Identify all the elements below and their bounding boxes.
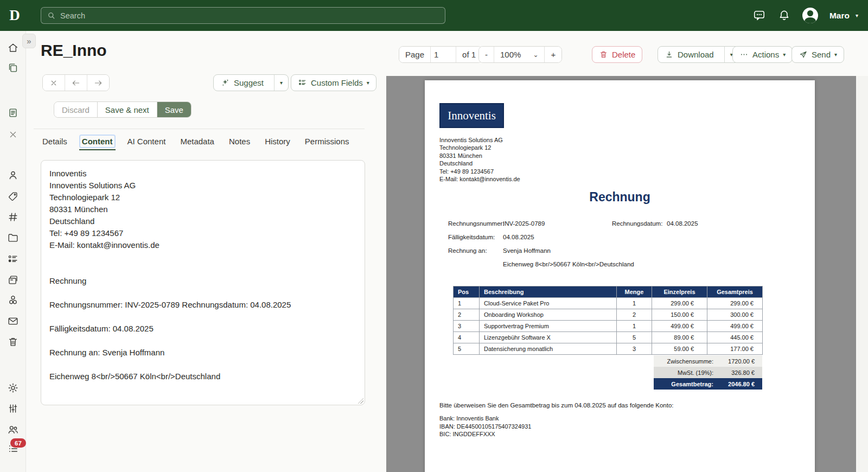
sidebar-item-mail[interactable] <box>7 315 19 327</box>
meta-label: Rechnungsdatum: <box>612 220 662 227</box>
sidebar-item-documents[interactable] <box>7 62 19 74</box>
tab-content[interactable]: Content <box>80 136 114 147</box>
zoom-level-select[interactable]: 100%⌄ <box>494 47 544 62</box>
gear-icon <box>7 382 19 394</box>
user-avatar[interactable] <box>802 8 818 23</box>
sidebar-item-contacts[interactable] <box>7 169 19 181</box>
invoice-table-cell: Supportvertrag Premium <box>480 321 617 332</box>
next-document-button[interactable] <box>87 75 109 91</box>
tab-notes[interactable]: Notes <box>227 136 252 147</box>
invoice-page: Innoventis Innoventis Solutions AGTechno… <box>425 80 815 472</box>
sender-block: Innoventis Solutions AGTechnologiepark 1… <box>439 136 520 183</box>
custom-fields-label: Custom Fields <box>311 78 363 87</box>
sidebar-item-tags[interactable] <box>7 190 19 202</box>
close-document-button[interactable] <box>43 75 65 91</box>
save-button[interactable]: Save <box>157 102 191 117</box>
invoice-table-cell: Cloud-Service Paket Pro <box>480 298 617 309</box>
invoice-total-row: Gesamtbetrag:2046.80 € <box>654 378 762 390</box>
search-input[interactable] <box>60 11 439 20</box>
send-button[interactable]: Send ▾ <box>792 46 844 63</box>
download-button[interactable]: Download <box>658 47 720 62</box>
user-name[interactable]: Maro <box>829 11 850 21</box>
suggest-menu-button[interactable]: ▾ <box>274 75 288 91</box>
chat-icon[interactable] <box>752 9 766 22</box>
folder-icon <box>7 232 19 244</box>
suggest-split-button: Suggest ▾ <box>213 74 289 91</box>
invoice-table-cell: 300.00 € <box>707 309 763 321</box>
invoice-table-cell: Datensicherung monatlich <box>480 343 617 355</box>
ellipsis-icon <box>739 50 749 59</box>
sidebar-item-close[interactable] <box>7 129 19 141</box>
actions-button[interactable]: Actions ▾ <box>732 46 793 63</box>
page-number-input[interactable] <box>434 50 452 59</box>
total-value: 2046.80 € <box>719 381 762 387</box>
search-icon <box>47 11 56 20</box>
sidebar-expand-button[interactable]: » <box>22 34 36 48</box>
invoice-footer-note: Bitte überweisen Sie den Gesamtbetrag bi… <box>439 402 674 409</box>
invoice-total-row: MwSt. (19%):326.80 € <box>654 367 762 378</box>
tab-permissions[interactable]: Permissions <box>303 136 351 147</box>
sidebar-item-modules[interactable] <box>7 294 19 306</box>
meta-label: Rechnung an: <box>448 247 487 254</box>
previous-document-button[interactable] <box>65 75 87 91</box>
invoice-table-cell: 4 <box>454 332 480 343</box>
sparkles-icon <box>220 78 230 88</box>
custom-fields-icon <box>298 78 307 87</box>
invoice-meta-row: Rechnungsnummer:INV-2025-0789Rechnungsda… <box>448 220 795 228</box>
sidebar-item-trash[interactable] <box>7 336 19 348</box>
invoice-table-cell: 2 <box>454 309 480 321</box>
caret-down-icon: ▾ <box>783 52 786 58</box>
sidebar-item-folders[interactable] <box>7 232 19 244</box>
invoice-table-cell: 3 <box>617 343 652 355</box>
content-textarea[interactable]: Innoventis Innoventis Solutions AG Techn… <box>41 160 365 405</box>
notifications-bell-icon[interactable] <box>777 9 791 22</box>
zoom-in-button[interactable]: + <box>544 47 561 62</box>
tag-icon <box>7 190 19 202</box>
save-and-next-button[interactable]: Save & next <box>97 102 157 117</box>
download-label: Download <box>678 50 714 59</box>
sidebar-item-settings[interactable] <box>7 382 19 394</box>
zoom-out-button[interactable]: - <box>479 47 494 62</box>
sidebar-item-note[interactable] <box>7 107 19 119</box>
invoice-table-cell: 1 <box>454 298 480 309</box>
sidebar-item-numbers[interactable] <box>7 211 19 223</box>
sliders-icon <box>7 403 19 414</box>
custom-fields-button[interactable]: Custom Fields ▾ <box>291 74 376 91</box>
sidebar-item-filters[interactable] <box>7 403 19 414</box>
sidebar-item-cards[interactable] <box>7 274 19 286</box>
invoice-table-cell: 445.00 € <box>707 332 763 343</box>
tab-history[interactable]: History <box>263 136 292 147</box>
zoom-level-value: 100% <box>500 50 521 59</box>
suggest-button[interactable]: Suggest <box>214 75 270 91</box>
delete-label: Delete <box>612 50 635 59</box>
document-viewer: Innoventis Innoventis Solutions AGTechno… <box>386 76 856 472</box>
tab-ai-content[interactable]: AI Content <box>126 136 168 147</box>
actions-label: Actions <box>752 50 779 59</box>
checklist-icon <box>7 253 19 265</box>
meta-value: 04.08.2025 <box>503 234 534 240</box>
sidebar-item-checklist[interactable] <box>7 253 19 265</box>
sender-line: E-Mail: kontakt@innoventis.de <box>439 175 520 183</box>
download-icon <box>665 50 674 59</box>
tab-metadata[interactable]: Metadata <box>178 136 216 147</box>
user-menu-caret-icon[interactable]: ▾ <box>856 12 858 18</box>
close-icon <box>49 78 59 88</box>
caret-down-icon: ▾ <box>834 52 837 58</box>
invoice-table-row: 4Lizenzgebühr Software X589.00 €445.00 € <box>454 332 763 343</box>
sidebar: 67 <box>0 31 26 472</box>
app-logo[interactable]: D <box>7 7 23 23</box>
delete-button[interactable]: Delete <box>592 46 642 63</box>
invoice-table: PosBeschreibungMengeEinzelpreisGesamtpre… <box>453 286 763 355</box>
viewer-scroll-track[interactable] <box>856 76 868 472</box>
zoom-control: - 100%⌄ + <box>478 46 562 63</box>
discard-button[interactable]: Discard <box>54 102 97 117</box>
sidebar-item-users[interactable] <box>7 424 19 436</box>
sidebar-item-home[interactable] <box>7 42 19 54</box>
invoice-table-cell: Onboarding Workshop <box>480 309 617 321</box>
invoice-column-header: Einzelpreis <box>652 286 707 298</box>
invoice-column-header: Menge <box>617 286 652 298</box>
page-number-cell <box>430 47 456 62</box>
textarea-resize-handle[interactable] <box>358 398 363 404</box>
invoice-table-cell: 1 <box>617 298 652 309</box>
tab-details[interactable]: Details <box>41 136 69 147</box>
